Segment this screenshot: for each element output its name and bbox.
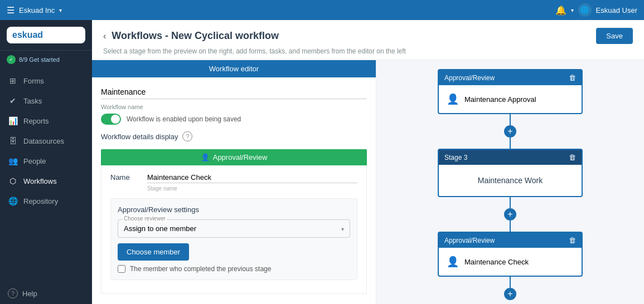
workflow-name-input[interactable] — [101, 85, 367, 99]
preview-card-1-header-label: Stage 3 — [444, 154, 467, 161]
preview-card-1-header: Stage 3 🗑 — [439, 150, 582, 165]
sidebar-help-label: Help — [22, 290, 37, 298]
preview-card-2-header-label: Approval/Review — [444, 237, 495, 244]
reviewer-label: Choose reviewer — [123, 215, 167, 222]
nav-right: 🔔 ▾ 🌐 Eskuad User — [555, 3, 637, 17]
sidebar-label-tasks: Tasks — [23, 97, 42, 105]
content-area: ‹ Workflows - New Cyclical workflow Save… — [92, 20, 644, 304]
people-icon: 👥 — [8, 156, 18, 166]
reviewer-select[interactable]: Assign to one member — [118, 220, 350, 237]
globe-icon: 🌐 — [578, 3, 592, 17]
stage-header: 👤 Approval/Review — [101, 149, 367, 165]
datasources-icon: 🗄 — [8, 136, 18, 146]
sidebar-label-datasources: Datasources — [23, 137, 64, 145]
nav-chevron-icon: ▾ — [571, 7, 574, 13]
sidebar-label-workflows: Workflows — [23, 177, 57, 185]
tasks-icon: ✔ — [8, 96, 18, 106]
checkbox-label: The member who completed the previous st… — [130, 265, 271, 273]
add-stage-2-button[interactable]: + — [504, 288, 516, 300]
add-stage-0-button[interactable]: + — [504, 125, 516, 138]
sidebar-item-people[interactable]: 👥 People — [0, 151, 92, 171]
bell-icon[interactable]: 🔔 — [555, 5, 566, 16]
stage-header-person-icon: 👤 — [201, 153, 210, 161]
vert-line-2 — [510, 277, 511, 288]
sidebar-logo: eskuad — [0, 20, 92, 51]
header-top: ‹ Workflows - New Cyclical workflow Save — [103, 28, 633, 44]
preview-card-2-body-text: Maintenance Check — [464, 258, 529, 266]
choose-member-button[interactable]: Choose member — [118, 243, 189, 261]
two-panel: Workflow editor Workflow name Workflow i… — [92, 60, 644, 304]
editor-body: Workflow name Workflow is enabled upon b… — [92, 77, 376, 302]
preview-card-2-header: Approval/Review 🗑 — [439, 233, 582, 248]
details-row: Workflow details display ? — [101, 131, 367, 141]
nav-username: Eskuad User — [596, 6, 637, 14]
preview-card-2-body: 👤 Maintenance Check — [439, 248, 582, 276]
sidebar-item-workflows[interactable]: ⬡ Workflows — [0, 171, 92, 191]
toggle-label: Workflow is enabled upon being saved — [127, 115, 241, 123]
get-started-label: 8/9 Get started — [19, 56, 60, 63]
sidebar-help[interactable]: ? Help — [0, 283, 92, 304]
back-button[interactable]: ‹ — [103, 31, 106, 41]
forms-icon: ⊞ — [8, 76, 18, 86]
stage-name-hint: Stage name — [147, 185, 357, 192]
hamburger-icon[interactable]: ☰ — [7, 5, 14, 16]
name-label: Name — [110, 173, 138, 182]
preview-card-0-delete-icon[interactable]: 🗑 — [569, 73, 576, 82]
preview-card-0-person-icon: 👤 — [447, 93, 459, 105]
preview-card-1[interactable]: Stage 3 🗑 Maintenance Work — [438, 149, 583, 197]
sidebar-item-datasources[interactable]: 🗄 Datasources — [0, 131, 92, 151]
help-circle-icon: ? — [8, 288, 18, 298]
sidebar-nav: ⊞ Forms ✔ Tasks 📊 Reports 🗄 Datasources … — [0, 68, 92, 283]
page-title: Workflows - New Cyclical workflow — [112, 30, 279, 42]
nav-left: ☰ Eskuad Inc ▾ — [7, 5, 62, 16]
details-help-icon[interactable]: ? — [182, 131, 192, 141]
sidebar-item-repository[interactable]: 🌐 Repository — [0, 191, 92, 211]
logo-text: eskuad — [12, 30, 43, 40]
subtitle: Select a stage from the preview on the r… — [103, 47, 633, 55]
add-stage-1-button[interactable]: + — [504, 208, 516, 220]
checkbox-row: The member who completed the previous st… — [118, 265, 350, 273]
company-name: Eskuad Inc — [19, 6, 55, 14]
preview-card-0-body: 👤 Maintenance Approval — [439, 85, 582, 113]
name-input[interactable] — [147, 172, 357, 183]
preview-card-1-delete-icon[interactable]: 🗑 — [569, 153, 576, 161]
preview-card-0-header-label: Approval/Review — [444, 74, 495, 82]
details-label: Workflow details display — [101, 133, 178, 141]
editor-header: Workflow editor — [92, 60, 376, 77]
workflows-icon: ⬡ — [8, 176, 18, 186]
sidebar-item-tasks[interactable]: ✔ Tasks — [0, 91, 92, 111]
toggle-knob — [111, 115, 120, 124]
reports-icon: 📊 — [8, 116, 18, 126]
connector-2: + — [438, 277, 583, 300]
preview-card-2[interactable]: Approval/Review 🗑 👤 Maintenance Check — [438, 232, 583, 277]
sidebar-item-reports[interactable]: 📊 Reports — [0, 111, 92, 131]
settings-title: Approval/Review settings — [118, 205, 350, 214]
sidebar-label-repository: Repository — [23, 197, 58, 205]
sidebar: eskuad ✓ 8/9 Get started ⊞ Forms ✔ Tasks… — [0, 20, 92, 304]
settings-box: Approval/Review settings Choose reviewer… — [110, 198, 357, 280]
reviewer-select-wrap: Choose reviewer Assign to one member ▾ — [118, 219, 350, 238]
workflow-name-label: Workflow name — [101, 104, 367, 110]
preview-card-0-header: Approval/Review 🗑 — [439, 70, 582, 85]
preview-panel: Approval/Review 🗑 👤 Maintenance Approval… — [376, 60, 644, 304]
sidebar-label-forms: Forms — [23, 77, 44, 85]
preview-card-1-body-text: Maintenance Work — [478, 176, 543, 185]
previous-member-checkbox[interactable] — [118, 265, 125, 273]
vert-line-0 — [510, 114, 511, 125]
sidebar-item-forms[interactable]: ⊞ Forms — [0, 71, 92, 91]
workflow-toggle[interactable] — [101, 114, 121, 125]
preview-card-0[interactable]: Approval/Review 🗑 👤 Maintenance Approval — [438, 69, 583, 114]
stage-header-label: Approval/Review — [213, 153, 268, 161]
stage-body: Name Stage name Approval/Review settings… — [101, 165, 367, 294]
toggle-row: Workflow is enabled upon being saved — [101, 114, 367, 125]
top-nav: ☰ Eskuad Inc ▾ 🔔 ▾ 🌐 Eskuad User — [0, 0, 644, 20]
editor-panel: Workflow editor Workflow name Workflow i… — [92, 60, 376, 304]
vert-line-0b — [510, 138, 511, 149]
preview-card-2-delete-icon[interactable]: 🗑 — [569, 236, 576, 244]
vert-line-1 — [510, 197, 511, 208]
chevron-down-icon: ▾ — [59, 7, 62, 13]
preview-card-0-body-text: Maintenance Approval — [464, 95, 536, 104]
preview-scroll: Approval/Review 🗑 👤 Maintenance Approval… — [385, 69, 635, 300]
save-button[interactable]: Save — [596, 28, 633, 44]
get-started[interactable]: ✓ 8/9 Get started — [0, 51, 92, 68]
